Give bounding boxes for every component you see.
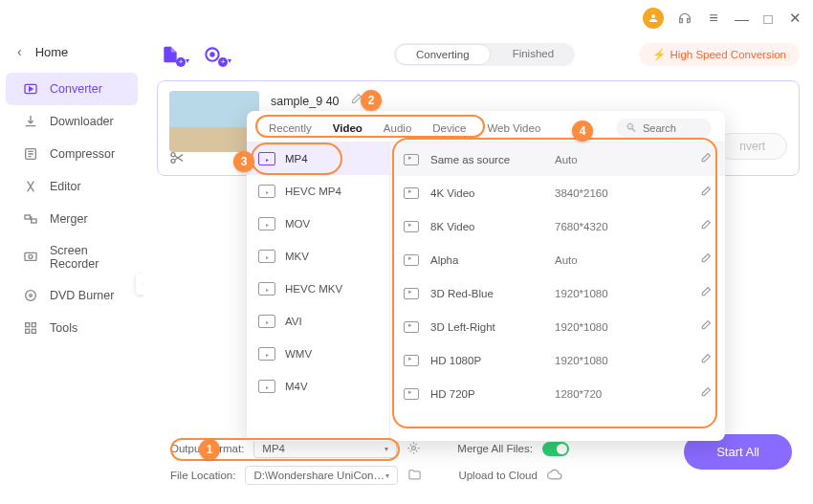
resolution-row[interactable]: HD 720P1280*720 <box>390 377 725 410</box>
add-file-button[interactable]: + ▾ <box>157 42 184 67</box>
callout-3: 3 <box>233 151 254 172</box>
output-settings-icon[interactable] <box>406 441 421 457</box>
sidebar-item-label: DVD Burner <box>50 289 114 302</box>
edit-preset-icon[interactable] <box>699 186 712 200</box>
trim-icon[interactable] <box>169 150 185 165</box>
search-icon: 🔍︎ <box>626 121 637 135</box>
status-segment: Converting Finished <box>394 43 575 66</box>
chevron-down-icon: ▾ <box>385 471 389 480</box>
format-item-hevc-mp4[interactable]: ▸HEVC MP4 <box>247 175 389 208</box>
format-item-avi[interactable]: ▸AVI <box>247 305 389 338</box>
resolution-row[interactable]: 3D Red-Blue1920*1080 <box>390 276 725 310</box>
svg-point-16 <box>412 446 416 449</box>
folder-icon[interactable] <box>407 468 422 484</box>
maximize-button[interactable]: □ <box>761 11 775 27</box>
resolution-icon <box>404 388 419 400</box>
sidebar-item-dvd-burner[interactable]: DVD Burner <box>6 279 138 312</box>
close-button[interactable]: ✕ <box>788 10 802 27</box>
segment-converting[interactable]: Converting <box>395 44 491 65</box>
format-item-m4v[interactable]: ▸M4V <box>247 370 389 403</box>
sidebar: ‹ Home Converter Downloader Compressor E… <box>0 36 143 504</box>
callout-4: 4 <box>572 121 593 142</box>
segment-finished[interactable]: Finished <box>492 43 575 66</box>
merger-icon <box>23 211 38 227</box>
resolution-row[interactable]: HD 1080P1920*1080 <box>390 343 725 377</box>
sidebar-item-screen-recorder[interactable]: Screen Recorder <box>6 235 138 279</box>
file-location-select[interactable]: D:\Wondershare UniConverter 1 ▾ <box>245 466 398 485</box>
edit-preset-icon[interactable] <box>699 219 712 233</box>
format-icon: ▸ <box>258 347 275 361</box>
edit-preset-icon[interactable] <box>699 386 712 401</box>
converter-icon <box>23 81 38 97</box>
popup-tab-video[interactable]: Video <box>324 119 371 138</box>
user-avatar[interactable] <box>643 8 664 29</box>
resolution-icon <box>404 154 419 165</box>
popup-tab-recently[interactable]: Recently <box>260 119 320 138</box>
resolution-row[interactable]: 3D Left-Right1920*1080 <box>390 310 725 343</box>
format-item-wmv[interactable]: ▸WMV <box>247 338 389 370</box>
format-icon: ▸ <box>258 185 275 198</box>
resolution-list: Same as sourceAuto 4K Video3840*2160 8K … <box>390 142 725 441</box>
sidebar-item-tools[interactable]: Tools <box>6 312 138 344</box>
resolution-icon <box>404 221 419 232</box>
compressor-icon <box>23 146 38 162</box>
edit-preset-icon[interactable] <box>699 319 712 334</box>
format-item-mp4[interactable]: ▸MP4 <box>247 142 389 175</box>
file-name: sample_9 40 <box>271 95 340 108</box>
format-popup: Recently Video Audio Device Web Video 🔍︎… <box>247 111 725 441</box>
sidebar-item-editor[interactable]: Editor <box>6 170 138 203</box>
svg-rect-9 <box>32 323 35 327</box>
popup-tab-audio[interactable]: Audio <box>375 119 420 138</box>
sidebar-item-compressor[interactable]: Compressor <box>6 138 138 170</box>
upload-label: Upload to Cloud <box>458 470 537 481</box>
resolution-icon <box>404 288 419 299</box>
resolution-row[interactable]: 8K Video7680*4320 <box>390 209 725 243</box>
menu-icon[interactable]: ≡ <box>706 11 721 26</box>
popup-tab-device[interactable]: Device <box>424 119 474 138</box>
resolution-row[interactable]: Same as sourceAuto <box>390 142 725 176</box>
headset-icon[interactable] <box>677 11 692 26</box>
svg-point-14 <box>171 153 175 157</box>
merge-label: Merge All Files: <box>457 443 533 454</box>
sidebar-item-label: Converter <box>50 82 102 96</box>
svg-rect-8 <box>26 323 30 327</box>
cloud-icon[interactable] <box>547 467 563 485</box>
svg-rect-2 <box>25 215 30 219</box>
sidebar-item-label: Tools <box>50 321 77 335</box>
edit-preset-icon[interactable] <box>699 252 712 267</box>
sidebar-item-converter[interactable]: Converter <box>6 73 138 105</box>
back-icon[interactable]: ‹ <box>17 44 22 59</box>
edit-preset-icon[interactable] <box>699 152 712 166</box>
video-thumbnail[interactable] <box>169 91 259 152</box>
sidebar-item-downloader[interactable]: Downloader <box>6 105 138 138</box>
format-item-mkv[interactable]: ▸MKV <box>247 240 389 273</box>
sidebar-item-label: Editor <box>50 180 81 193</box>
lightning-icon: ⚡ <box>652 48 666 61</box>
edit-preset-icon[interactable] <box>699 353 712 367</box>
chevron-down-icon: ▾ <box>385 445 388 453</box>
resolution-row[interactable]: 4K Video3840*2160 <box>390 176 725 209</box>
sidebar-item-merger[interactable]: Merger <box>6 203 138 235</box>
sidebar-item-label: Downloader <box>50 115 114 128</box>
format-icon: ▸ <box>258 315 275 328</box>
format-item-mov[interactable]: ▸MOV <box>247 208 389 240</box>
popup-tab-web-video[interactable]: Web Video <box>478 119 549 138</box>
format-item-hevc-mkv[interactable]: ▸HEVC MKV <box>247 273 389 305</box>
search-input[interactable] <box>643 122 700 134</box>
editor-icon <box>23 179 38 194</box>
high-speed-badge[interactable]: ⚡ High Speed Conversion <box>639 43 800 66</box>
svg-point-7 <box>30 295 33 297</box>
output-format-select[interactable]: MP4 ▾ <box>253 439 397 458</box>
popup-search[interactable]: 🔍︎ <box>616 119 712 138</box>
resolution-row[interactable]: AlphaAuto <box>390 243 725 276</box>
format-icon: ▸ <box>258 250 275 263</box>
svg-point-15 <box>171 159 175 163</box>
home-label[interactable]: Home <box>35 45 69 59</box>
screen-recorder-icon <box>23 250 38 265</box>
svg-point-5 <box>29 254 33 258</box>
add-dvd-button[interactable]: + ▾ <box>199 42 226 67</box>
minimize-button[interactable]: — <box>735 11 748 27</box>
merge-toggle[interactable] <box>542 442 569 456</box>
convert-button[interactable]: nvert <box>717 133 787 160</box>
edit-preset-icon[interactable] <box>699 286 712 300</box>
